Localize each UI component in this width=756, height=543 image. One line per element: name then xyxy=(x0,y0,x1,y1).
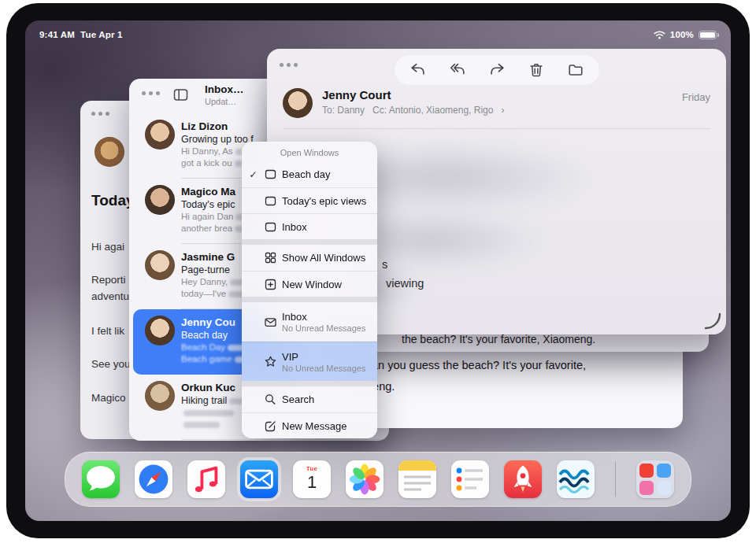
menu-separator xyxy=(242,239,377,245)
today-text-line: Hi agai xyxy=(91,241,124,253)
today-title: Today xyxy=(91,192,135,209)
inbox-title: Inbox… xyxy=(205,83,244,95)
window-icon xyxy=(262,194,278,208)
message-body-fragment: s xyxy=(382,258,387,271)
dock: Tue 1 xyxy=(65,452,691,507)
cc-line: Cc: Antonio, Xiaomeng, Rigo xyxy=(372,105,493,116)
blurred-text xyxy=(183,422,220,428)
message-sender-name: Jenny Court xyxy=(322,88,391,102)
menu-item-label: Search xyxy=(282,393,314,405)
avatar xyxy=(145,250,175,280)
resize-handle-icon[interactable] xyxy=(704,312,721,330)
window-controls-icon[interactable] xyxy=(91,112,109,116)
message-body-fragment: viewing xyxy=(386,277,424,290)
search-icon xyxy=(262,393,278,406)
music-app-icon[interactable] xyxy=(187,460,225,498)
menu-item-label: Today's epic views xyxy=(282,195,366,207)
menu-item-search[interactable]: Search xyxy=(242,386,377,412)
trash-icon[interactable] xyxy=(527,61,546,79)
message-header: Jenny Court To: DannyCc: Antonio, Xiaome… xyxy=(283,87,710,129)
today-text-line: Magico xyxy=(91,392,126,404)
status-bar: 9:41 AMTue Apr 1 100% xyxy=(25,27,731,42)
avatar xyxy=(145,381,175,411)
mail-toolbar xyxy=(395,55,599,85)
messages-app-icon[interactable] xyxy=(82,460,120,498)
avatar xyxy=(145,316,175,345)
menu-item-label: Beach day xyxy=(282,168,330,180)
folder-icon[interactable] xyxy=(566,61,585,79)
blurred-text xyxy=(183,410,234,416)
reminders-app-icon[interactable] xyxy=(451,460,489,498)
to-line: To: Danny xyxy=(322,105,365,116)
window-icon xyxy=(262,220,278,234)
window-controls-icon[interactable] xyxy=(142,91,160,95)
mini-app-tile xyxy=(639,481,654,495)
avatar xyxy=(145,185,175,215)
photos-app-icon[interactable] xyxy=(346,460,384,498)
status-date: Tue Apr 1 xyxy=(80,30,123,39)
menu-item-label: New Message xyxy=(282,420,346,432)
forward-icon[interactable] xyxy=(487,61,506,79)
app-library-icon[interactable] xyxy=(636,460,674,498)
checkmark-icon: ✓ xyxy=(248,169,258,180)
mini-app-tile xyxy=(657,464,671,478)
open-windows-menu: Open Windows ✓ Beach day Today's epic vi… xyxy=(242,142,377,438)
dock-divider xyxy=(615,462,616,497)
grid-icon xyxy=(262,251,278,264)
notes-app-icon[interactable] xyxy=(398,460,436,498)
screen: 9:41 AMTue Apr 1 100% Today Hi agai Repo… xyxy=(25,20,731,521)
window-controls-icon[interactable] xyxy=(280,63,298,67)
avatar xyxy=(145,120,175,150)
menu-header: Open Windows xyxy=(242,142,377,161)
menu-item-todays-epic-views[interactable]: Today's epic views xyxy=(242,187,377,213)
wifi-icon xyxy=(654,31,665,39)
star-icon xyxy=(262,355,278,368)
menu-item-label: New Window xyxy=(282,279,342,290)
today-text-line: adventu xyxy=(91,290,129,302)
menu-item-beach-day[interactable]: ✓ Beach day xyxy=(242,161,377,187)
sidebar-toggle-icon[interactable] xyxy=(173,88,188,105)
menu-item-sublabel: No Unread Messages xyxy=(282,364,365,373)
menu-separator xyxy=(242,297,377,302)
reply-all-icon[interactable] xyxy=(448,61,467,79)
battery-percent: 100% xyxy=(670,30,694,39)
inbox-subtitle: Updat… xyxy=(205,97,244,106)
message-body-line: the beach? It's your favorite, Xiaomeng. xyxy=(402,333,595,345)
calendar-day: 1 xyxy=(293,472,331,493)
safari-app-icon[interactable] xyxy=(135,460,172,498)
menu-item-vip-mailbox[interactable]: VIP No Unread Messages xyxy=(242,342,377,381)
plus-square-icon xyxy=(262,278,278,291)
reply-icon[interactable] xyxy=(409,61,428,79)
status-time-date: 9:41 AMTue Apr 1 xyxy=(39,30,128,39)
message-recipients[interactable]: To: DannyCc: Antonio, Xiaomeng, Rigo› xyxy=(322,105,512,116)
today-text-line: Reporti xyxy=(91,274,126,286)
rocket-app-icon[interactable] xyxy=(504,460,542,498)
avatar xyxy=(283,88,313,118)
ipad-device: 9:41 AMTue Apr 1 100% Today Hi agai Repo… xyxy=(6,3,750,538)
calendar-app-icon[interactable]: Tue 1 xyxy=(293,460,331,498)
menu-item-label: Inbox xyxy=(282,311,365,323)
mail-app-icon[interactable] xyxy=(240,460,278,498)
menu-item-sublabel: No Unread Messages xyxy=(282,323,365,333)
chevron-right-icon: › xyxy=(501,105,504,116)
menu-item-new-window[interactable]: New Window xyxy=(242,271,377,297)
today-text-line: See you xyxy=(91,358,131,370)
window-icon xyxy=(262,168,278,181)
menu-separator xyxy=(242,381,377,386)
compose-icon xyxy=(262,419,278,433)
mini-app-tile xyxy=(639,464,654,478)
message-date: Friday xyxy=(682,91,710,103)
calendar-weekday: Tue xyxy=(293,465,331,472)
menu-item-label: Inbox xyxy=(282,221,307,233)
menu-item-label: Show All Windows xyxy=(282,252,365,264)
mini-app-tile xyxy=(657,481,671,495)
status-time: 9:41 AM xyxy=(39,30,75,39)
today-text-line: I felt lik xyxy=(91,325,124,337)
menu-item-inbox-mailbox[interactable]: Inbox No Unread Messages xyxy=(242,302,377,342)
menu-item-inbox-window[interactable]: Inbox xyxy=(242,213,377,239)
battery-icon xyxy=(699,31,717,39)
menu-item-new-message[interactable]: New Message xyxy=(242,412,377,438)
menu-item-show-all-windows[interactable]: Show All Windows xyxy=(242,245,377,271)
menu-item-label: VIP xyxy=(282,351,365,363)
waves-app-icon[interactable] xyxy=(557,460,595,498)
